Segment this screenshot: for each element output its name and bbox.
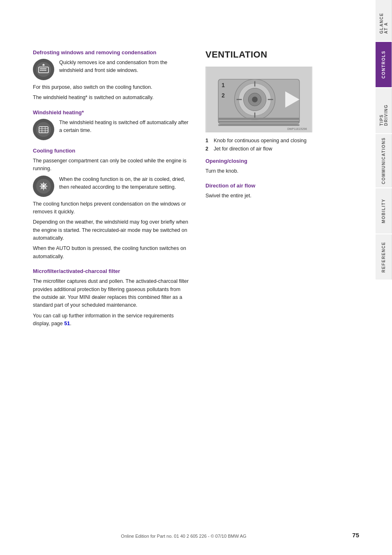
cooling-para3: The cooling function helps prevent conde… [33, 200, 189, 216]
microfilter-para2-end: . [70, 321, 71, 326]
cooling-para4: Depending on the weather, the windshield… [33, 218, 189, 242]
svg-point-3 [36, 122, 51, 137]
windshield-text: The windshield heating is switched off a… [59, 119, 189, 140]
page-container: Defrosting windows and removing condensa… [0, 0, 392, 555]
svg-rect-28 [218, 121, 300, 123]
defrost-para2: For this purpose, also switch on the coo… [33, 83, 189, 91]
svg-text:2: 2 [221, 92, 225, 99]
page-title: VENTILATION [205, 49, 376, 60]
svg-text:DWP11E15298: DWP11E15298 [287, 127, 307, 130]
opening-text: Turn the knob. [205, 167, 376, 175]
defrost-para3: The windshield heating* is switched on a… [33, 94, 189, 102]
cooling-para5: When the AUTO button is pressed, the coo… [33, 245, 189, 261]
page-number: 75 [352, 532, 359, 539]
direction-section: Direction of air flow Swivel the entire … [205, 183, 376, 200]
right-column: VENTILATION [205, 49, 376, 530]
direction-heading: Direction of air flow [205, 183, 376, 189]
ventilation-image: 1 2 DWP11E15298 [205, 67, 312, 132]
list-item-2: 2 Jet for direction of air flow [205, 145, 376, 153]
windshield-icon [33, 119, 54, 140]
defrost-para1: Quickly removes ice and condensation fro… [59, 59, 189, 75]
svg-rect-27 [218, 118, 300, 120]
cooling-heading: Cooling function [33, 148, 189, 154]
defrost-icon-text: Quickly removes ice and condensation fro… [33, 59, 189, 80]
cooling-para1: The passenger compartment can only be co… [33, 157, 189, 173]
vent-illustration: 1 2 DWP11E15298 [206, 67, 312, 132]
cooling-icon [33, 176, 54, 197]
windshield-heading: Windshield heating* [33, 109, 189, 116]
numbered-list: 1 Knob for continuous opening and closin… [205, 136, 376, 153]
windshield-svg [35, 121, 52, 138]
sidebar-tabs: AT A GLANCE CONTROLS DRIVING TIPS COMMUN… [371, 0, 392, 555]
windshield-para1: The windshield heating is switched off a… [59, 119, 189, 135]
tab-mobility[interactable]: MOBILITY [376, 188, 392, 234]
opening-heading: Opening/closing [205, 158, 376, 164]
list-item-1: 1 Knob for continuous opening and closin… [205, 136, 376, 145]
svg-point-15 [42, 185, 45, 187]
list-num-1: 1 [205, 136, 211, 145]
cooling-para2: When the cooling function is on, the air… [59, 176, 189, 192]
defrost-icon [33, 59, 54, 80]
svg-point-22 [252, 97, 258, 102]
tab-driving-tips[interactable]: DRIVING TIPS [376, 88, 392, 133]
list-text-1: Knob for continuous opening and closing [214, 136, 307, 145]
cooling-icon-text: When the cooling function is on, the air… [33, 176, 189, 197]
windshield-icon-text: The windshield heating is switched off a… [33, 119, 189, 140]
svg-text:1: 1 [221, 82, 225, 88]
cooling-svg [35, 178, 52, 194]
microfilter-heading: Microfilter/activated-charcoal filter [33, 268, 189, 274]
tab-at-a-glance[interactable]: AT A GLANCE [376, 0, 392, 41]
windshield-section: Windshield heating* [33, 109, 189, 140]
main-content: Defrosting windows and removing condensa… [0, 0, 392, 555]
tab-reference[interactable]: REFERENCE [376, 234, 392, 280]
defrost-heading: Defrosting windows and removing condensa… [33, 49, 189, 56]
microfilter-page-link[interactable]: 51 [64, 321, 70, 326]
defrost-svg [35, 61, 52, 78]
cooling-section: Cooling function The passenger compartme… [33, 148, 189, 261]
page-footer: Online Edition for Part no. 01 40 2 605 … [0, 534, 367, 539]
defrost-text: Quickly removes ice and condensation fro… [59, 59, 189, 80]
list-text-2: Jet for direction of air flow [214, 145, 272, 153]
microfilter-section: Microfilter/activated-charcoal filter Th… [33, 268, 189, 328]
svg-rect-29 [218, 124, 300, 126]
microfilter-para2: You can call up further information in t… [33, 312, 189, 328]
left-column: Defrosting windows and removing condensa… [33, 49, 189, 530]
opening-section: Opening/closing Turn the knob. [205, 158, 376, 175]
tab-communications[interactable]: COMMUNICATIONS [376, 134, 392, 187]
direction-text: Swivel the entire jet. [205, 192, 376, 200]
microfilter-para2-text: You can call up further information in t… [33, 313, 174, 326]
tab-controls[interactable]: CONTROLS [376, 42, 392, 87]
cooling-text: When the cooling function is on, the air… [59, 176, 189, 197]
defrost-section: Defrosting windows and removing condensa… [33, 49, 189, 102]
list-num-2: 2 [205, 145, 211, 153]
footer-text: Online Edition for Part no. 01 40 2 605 … [121, 534, 246, 539]
microfilter-para1: The microfilter captures dust and pollen… [33, 278, 189, 310]
